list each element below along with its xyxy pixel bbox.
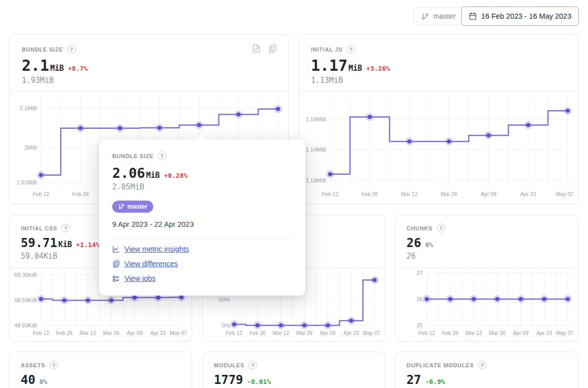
metric-delta: +8.7% (68, 65, 87, 72)
help-icon[interactable]: ? (61, 224, 70, 232)
assets-header: ASSETS ? 40 0% 40 (10, 352, 192, 388)
card-title: BUNDLE SIZE (22, 46, 63, 53)
view-differences-link[interactable]: View differences (112, 260, 178, 268)
svg-text:58.59KiB: 58.59KiB (14, 297, 37, 303)
git-branch-icon (118, 204, 124, 210)
branch-selector-label: master (433, 12, 456, 20)
svg-text:Feb 26: Feb 26 (442, 330, 459, 336)
metric-unit: KiB (58, 240, 72, 249)
help-icon[interactable]: ? (347, 45, 355, 54)
metric-delta: +1.14% (76, 241, 100, 249)
view-metric-insights-link[interactable]: View metric insights (112, 245, 189, 253)
svg-text:2MiB: 2MiB (24, 144, 37, 151)
metric-delta: 0% (39, 378, 48, 385)
metric-value: 59.71 (21, 237, 57, 249)
duplicate-modules-card: DUPLICATE MODULES ? 27 -6.9% 29 (395, 352, 578, 388)
initial-js-chart[interactable]: 1.16MiB1.14MiB1.13MiBFeb 12Feb 26Mar 12M… (299, 91, 578, 204)
git-branch-icon (421, 13, 429, 20)
tooltip-unit: MiB (146, 171, 160, 180)
svg-text:Apr 23: Apr 23 (536, 330, 552, 336)
svg-text:Mar 12: Mar 12 (273, 330, 289, 336)
modules-card: MODULES ? 1779 -8.01% 1934 (202, 352, 385, 388)
help-icon[interactable]: ? (478, 361, 486, 369)
svg-text:Apr 09: Apr 09 (481, 191, 496, 197)
card-title: ASSETS (21, 362, 46, 368)
view-jobs-link[interactable]: View jobs (112, 274, 156, 282)
link-label: View jobs (124, 274, 156, 282)
svg-text:Feb 26: Feb 26 (72, 191, 89, 197)
metric-delta: 0% (425, 241, 433, 249)
view-differences-icon[interactable] (268, 44, 277, 53)
svg-text:Mar 26: Mar 26 (441, 191, 458, 197)
metric-baseline: 1.93MiB (22, 76, 276, 85)
svg-text:Feb 12: Feb 12 (322, 191, 339, 197)
branch-selector-button[interactable]: master (413, 7, 464, 25)
svg-text:Mar 26: Mar 26 (296, 330, 313, 336)
tooltip-divider (112, 238, 292, 238)
help-icon[interactable]: ? (50, 361, 58, 369)
svg-text:1.14MiB: 1.14MiB (306, 147, 326, 153)
initial-js-card: INITIAL JS ? 1.17 MiB +3.26% 1.13MiB 1.1… (298, 34, 578, 204)
tooltip-title: BUNDLE SIZE (112, 153, 154, 159)
metric-delta: -8.01% (247, 378, 271, 385)
branch-badge-label: master (127, 203, 147, 210)
svg-text:May 07: May 07 (556, 330, 574, 336)
metric-value: 2.1 (22, 58, 49, 73)
bundle-size-header: BUNDLE SIZE ? 2.1 MiB +8.7% 1.93MiB (10, 35, 288, 85)
svg-text:Feb 12: Feb 12 (226, 330, 243, 336)
chunks-card: CHUNKS ? 26 0% 26 272625Feb 12Feb 26Mar … (395, 215, 578, 342)
chunks-header: CHUNKS ? 26 0% 26 (395, 215, 578, 261)
tooltip-period: 9 Apr 2023 - 22 Apr 2023 (112, 220, 292, 228)
svg-text:Apr 23: Apr 23 (520, 191, 536, 197)
tooltip-baseline: 2.05MiB (112, 182, 292, 191)
svg-text:Feb 12: Feb 12 (33, 330, 50, 336)
help-icon[interactable]: ? (158, 152, 166, 160)
svg-text:Mar 12: Mar 12 (79, 330, 96, 336)
svg-text:Mar 12: Mar 12 (466, 330, 482, 336)
card-title: DUPLICATE MODULES (406, 362, 474, 368)
help-icon[interactable]: ? (248, 361, 257, 369)
tooltip-delta: +0.28% (164, 172, 188, 179)
svg-text:Apr 23: Apr 23 (150, 330, 166, 336)
card-title: INITIAL JS (311, 46, 343, 53)
card-title: CHUNKS (406, 225, 433, 231)
metric-delta: -6.9% (425, 378, 445, 385)
svg-text:Apr 09: Apr 09 (513, 330, 529, 336)
svg-text:Apr 09: Apr 09 (127, 330, 143, 336)
svg-text:Mar 12: Mar 12 (401, 191, 418, 197)
help-icon[interactable]: ? (67, 45, 76, 54)
svg-text:2.1MiB: 2.1MiB (20, 105, 37, 111)
metric-insights-icon (112, 246, 120, 253)
chart-tooltip: BUNDLE SIZE ? 2.06 MiB +0.28% 2.05MiB ma… (99, 139, 305, 296)
svg-text:May 07: May 07 (170, 330, 188, 336)
card-title: INITIAL CSS (21, 225, 57, 231)
link-label: View metric insights (124, 245, 189, 253)
svg-text:1.13MiB: 1.13MiB (306, 177, 326, 183)
chunks-chart[interactable]: 272625Feb 12Feb 26Mar 12Mar 26Apr 09Apr … (395, 268, 578, 341)
svg-text:Feb 12: Feb 12 (419, 330, 435, 336)
calendar-icon (469, 12, 477, 20)
svg-text:Mar 26: Mar 26 (489, 330, 506, 336)
metric-value: 27 (406, 374, 421, 386)
metric-insights-icon[interactable] (252, 44, 261, 53)
date-range-label: 16 Feb 2023 - 16 May 2023 (481, 12, 571, 20)
metric-value: 1.17 (311, 58, 347, 73)
svg-text:May 07: May 07 (556, 191, 574, 197)
svg-text:27: 27 (417, 270, 423, 276)
initial-js-header: INITIAL JS ? 1.17 MiB +3.26% 1.13MiB (299, 35, 578, 85)
svg-text:50%: 50% (219, 297, 230, 303)
svg-text:68.36KiB: 68.36KiB (14, 272, 37, 278)
svg-text:Mar 26: Mar 26 (103, 330, 120, 336)
date-range-button[interactable]: 16 Feb 2023 - 16 May 2023 (461, 7, 579, 26)
svg-text:Feb 26: Feb 26 (249, 330, 266, 336)
svg-text:Feb 26: Feb 26 (361, 191, 378, 197)
svg-text:Apr 23: Apr 23 (343, 330, 359, 336)
chart-svg: 272625Feb 12Feb 26Mar 12Mar 26Apr 09Apr … (395, 268, 578, 341)
svg-text:48.83KiB: 48.83KiB (14, 322, 37, 328)
help-icon[interactable]: ? (437, 224, 445, 232)
view-differences-icon (112, 260, 120, 268)
duplicate-modules-header: DUPLICATE MODULES ? 27 -6.9% 29 (395, 352, 578, 388)
svg-text:0%: 0% (222, 322, 230, 328)
branch-badge[interactable]: master (112, 201, 153, 213)
card-title: MODULES (214, 362, 244, 368)
